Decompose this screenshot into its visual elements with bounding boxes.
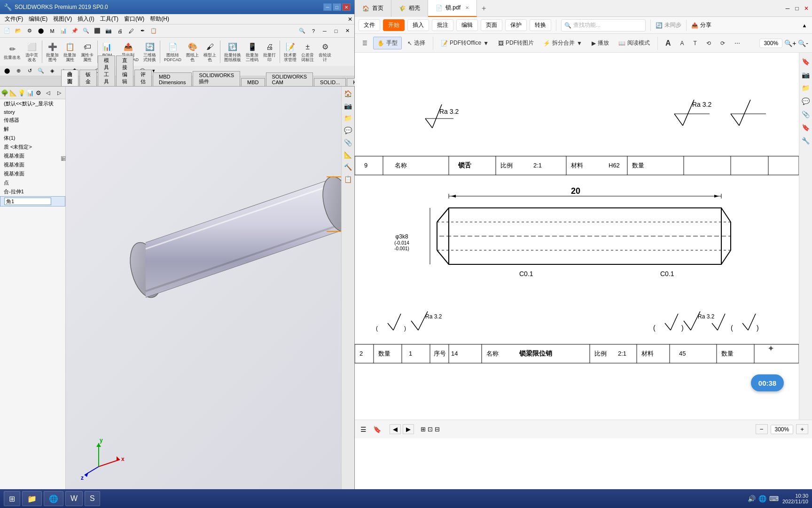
pdf-view-option-2[interactable]: ⊡ [428, 426, 433, 433]
tab-sw-cam[interactable]: SOLIDWORKS CAM [266, 72, 313, 86]
quick-icon7[interactable]: 📌 [70, 26, 80, 36]
pdf-menu-insert[interactable]: 插入 [407, 19, 429, 31]
sw-menu-close[interactable]: ✕ [348, 16, 352, 23]
sw-restore-btn[interactable]: □ [333, 3, 341, 11]
pdf-zoom-value[interactable]: 300% [759, 39, 782, 48]
quick-settings[interactable]: ⚙ [24, 26, 35, 36]
tab-sheet-metal[interactable]: 钣金 [79, 70, 97, 86]
pdf-max-btn[interactable]: □ [793, 5, 801, 12]
tree-item-0[interactable]: (默认<<默认>_显示状 [0, 99, 65, 108]
tab-direct-edit[interactable]: 直接编辑 [116, 56, 133, 86]
tool-select-rename[interactable]: ⬜ 选中页改名 [23, 39, 40, 64]
quick-icon6[interactable]: 📊 [58, 26, 69, 36]
tool-batch-attr[interactable]: 📋 批量加属性 [62, 39, 78, 64]
pdf-menu-comment[interactable]: 批注 [432, 19, 453, 31]
quick-icon12[interactable]: 🖊 [126, 26, 136, 36]
quick-icon10[interactable]: 📷 [103, 26, 114, 36]
tree-item-7[interactable]: 视基准面 [0, 160, 65, 169]
pdf-to-office[interactable]: 📝 PDF转Office ▼ [437, 37, 492, 49]
pdf-close-btn[interactable]: ✕ [803, 5, 810, 12]
sec-icon-5[interactable]: ◈ [47, 66, 57, 76]
tool-tech-req[interactable]: 📝 技术要求管理 [282, 39, 298, 64]
right-icon-hammer[interactable]: 🔨 [343, 162, 353, 172]
pdf-view-option-3[interactable]: ⊟ [435, 426, 440, 433]
panel-icon-5[interactable]: ⚙ [35, 87, 42, 98]
taskbar-app-sw[interactable]: S [85, 491, 100, 506]
pdf-tab-close-btn[interactable]: ✕ [465, 5, 469, 10]
sec-icon-1[interactable]: ⬤ [2, 66, 12, 76]
taskbar-clock[interactable]: 10:30 2022/11/10 [782, 493, 808, 504]
pdf-sidebar-attach[interactable]: 📎 [801, 109, 811, 119]
menu-view[interactable]: 视图(V) [50, 14, 75, 24]
pdf-min-btn[interactable]: ─ [784, 5, 791, 12]
tree-item-8[interactable]: 视基准面 [0, 169, 65, 178]
pdf-menu-convert[interactable]: 转换 [530, 19, 551, 31]
menu-tools[interactable]: 工具(T) [97, 14, 121, 24]
pdf-view-option-1[interactable]: ⊞ [421, 426, 426, 433]
tab-mbd[interactable]: MBD [241, 78, 265, 86]
pdf-sidebar-wrench[interactable]: 🔧 [801, 135, 811, 146]
quick-x[interactable]: ✕ [342, 26, 352, 36]
panel-nav-left[interactable]: ◁ [43, 87, 53, 98]
right-icon-home[interactable]: 🏠 [343, 88, 353, 99]
taskbar-keyboard-icon[interactable]: ⌨ [769, 495, 779, 502]
quick-icon4[interactable]: ⬤ [36, 26, 46, 36]
pdf-sidebar-camera[interactable]: 📷 [801, 70, 811, 80]
taskbar-start-btn[interactable]: ⊞ [4, 491, 20, 506]
quick-search[interactable]: 🔍 [297, 26, 307, 36]
taskbar-app-explorer[interactable]: 📁 [22, 491, 42, 506]
sw-minimize-btn[interactable]: ─ [323, 3, 332, 11]
quick-icon14[interactable]: 📋 [148, 26, 159, 36]
quick-icon9[interactable]: ⬛ [92, 26, 102, 36]
menu-window[interactable]: 窗口(W) [121, 14, 147, 24]
pdf-next-page-btn[interactable]: ▶ [403, 424, 414, 434]
timer-badge[interactable]: 00:38 [751, 374, 784, 391]
tab-surface[interactable]: 曲面 [61, 70, 78, 86]
panel-nav-right[interactable]: ▷ [54, 87, 64, 98]
menu-file[interactable]: 文件(F) [2, 14, 26, 24]
pdf-zoom-out-btn[interactable]: 🔍- [798, 40, 808, 47]
tool-batch-template[interactable]: 🔃 批量转换图纸模板 [222, 39, 243, 64]
pdf-viewport[interactable]: 🔖 📷 📁 💬 📎 🔖 🔧 Ra 3.2 [355, 53, 812, 420]
pdf-zoom-minus-btn[interactable]: − [756, 424, 768, 434]
taskbar-volume-icon[interactable]: 🔊 [748, 495, 756, 502]
pdf-tab-daoke[interactable]: 🌾 稻壳 [391, 0, 428, 17]
tab-solid-dots[interactable]: SOLID... [314, 78, 346, 86]
sw-close-btn[interactable]: ✕ [342, 3, 351, 11]
tree-item-9[interactable]: 点 [0, 178, 65, 187]
pdf-sidebar-bookmark[interactable]: 🔖 [801, 56, 811, 67]
pdf-rotate-cw[interactable]: ⟳ [717, 38, 729, 48]
tool-batch-print[interactable]: 🖨 批量打印 [261, 39, 278, 64]
pdf-zoom-plus-btn[interactable]: + [796, 424, 808, 434]
pdf-toolbar-collapse[interactable]: ▲ [801, 22, 808, 29]
pdf-play[interactable]: ▶ 播放 [588, 37, 613, 49]
tree-item-2[interactable]: 传感器 [0, 116, 65, 125]
tab-evaluate[interactable]: 评估 [134, 70, 152, 86]
tab-mbd-dim[interactable]: MBD Dimensions [153, 72, 192, 86]
panel-icon-3[interactable]: 💡 [18, 87, 25, 98]
taskbar-app-browser[interactable]: 🌐 [44, 491, 63, 506]
tree-item-11-editing[interactable] [0, 196, 65, 206]
tool-batch-add-num[interactable]: ➕ 批量加图号 [44, 39, 61, 64]
quick-icon8[interactable]: 🔍 [81, 26, 91, 36]
pdf-new-tab-btn[interactable]: + [477, 0, 491, 17]
tree-item-4[interactable]: 体(1) [0, 134, 65, 143]
panel-icon-2[interactable]: 📐 [9, 87, 17, 98]
tool-draw-color[interactable]: 🎨 图纸上色 [184, 39, 201, 64]
tool-batch-qr[interactable]: 📱 批量加二维码 [244, 39, 260, 64]
pdf-nav-item[interactable]: 🔖 [371, 426, 383, 433]
feature-name-input[interactable] [4, 198, 51, 205]
taskbar-network-icon[interactable]: 🌐 [758, 495, 766, 502]
pdf-tab-home[interactable]: 🏠 首页 [355, 0, 391, 17]
tree-item-1[interactable]: story [0, 108, 65, 116]
pdf-bottom-sidebar-toggle[interactable]: ☰ [359, 426, 368, 433]
sec-icon-4[interactable]: 🔍 [36, 66, 46, 76]
tool-3d-convert[interactable]: 🔄 三维格式转换 [141, 39, 158, 64]
menu-insert[interactable]: 插入(I) [75, 14, 97, 24]
pdf-menu-edit[interactable]: 编辑 [456, 19, 478, 31]
pdf-menu-protect[interactable]: 保护 [505, 19, 527, 31]
tree-item-3[interactable]: 解 [0, 125, 65, 134]
quick-question[interactable]: ? [308, 26, 319, 36]
pdf-tab-lock[interactable]: 📄 锁.pdf ✕ [428, 0, 477, 17]
pdf-read-mode[interactable]: 📖 阅读模式 [615, 37, 654, 49]
